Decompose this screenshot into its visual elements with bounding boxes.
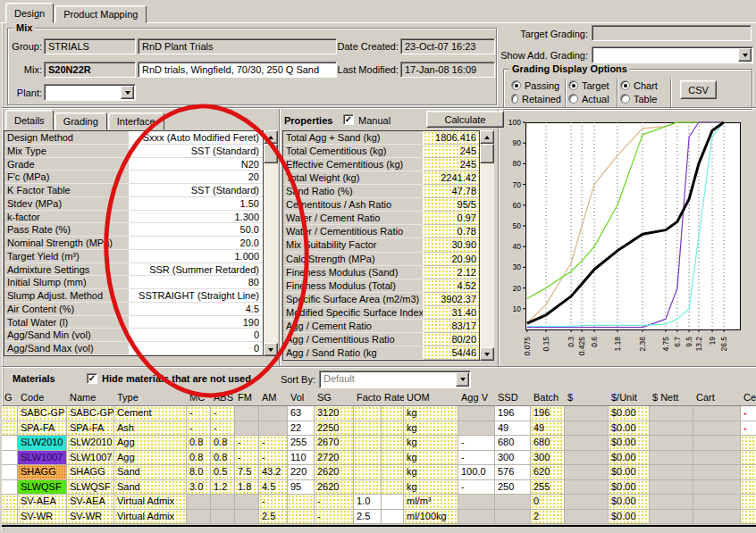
- cell-cart: [693, 421, 741, 437]
- cell-g[interactable]: [2, 436, 18, 451]
- details-row-value[interactable]: 80: [130, 276, 263, 289]
- hide-unused-checkbox[interactable]: ✓: [87, 373, 97, 384]
- cell-ssd[interactable]: 49: [495, 421, 531, 437]
- y-axis-label: 20: [513, 284, 522, 293]
- cell-agg-v[interactable]: -: [458, 480, 495, 496]
- cell-ssd[interactable]: 680: [495, 436, 531, 451]
- cell-g: [2, 406, 18, 421]
- calculate-button[interactable]: Calculate: [426, 111, 504, 128]
- details-row-value[interactable]: 0: [130, 342, 263, 355]
- manual-label: Manual: [358, 115, 391, 126]
- y-axis-label: 100: [508, 118, 521, 127]
- cell-rate[interactable]: [382, 495, 404, 510]
- cell-mc: 3.0: [187, 480, 211, 496]
- details-row-value[interactable]: SSTRAIGHT (Straight Line): [130, 289, 263, 303]
- scroll-down-button[interactable]: [480, 347, 494, 361]
- radio-option-actual[interactable]: Actual: [568, 92, 613, 105]
- grading-chart: 1020304050607080901000.0750.150.30.4250.…: [502, 109, 756, 366]
- cell-vol[interactable]: 220: [288, 465, 315, 480]
- cell-ssd[interactable]: 300: [495, 451, 531, 466]
- y-axis-label: 30: [513, 262, 522, 271]
- cell-vol[interactable]: 110: [288, 451, 315, 466]
- cell-cer: [741, 436, 756, 451]
- details-scrollbar[interactable]: [264, 130, 278, 356]
- group-code-field: STRIALS: [44, 38, 136, 54]
- scroll-up-button[interactable]: [480, 130, 494, 144]
- column-header-rate: Rate: [382, 390, 404, 406]
- properties-scrollbar[interactable]: [480, 130, 494, 361]
- show-add-grading-dropdown-button[interactable]: [738, 48, 752, 62]
- details-row-value[interactable]: 20: [130, 171, 263, 184]
- cell-abs: [211, 495, 235, 510]
- details-row-value[interactable]: 20.0: [130, 237, 263, 250]
- radio-option-chart[interactable]: Chart: [620, 79, 667, 92]
- sort-by-combobox[interactable]: Default: [319, 371, 471, 388]
- details-tab-interface[interactable]: Interface: [108, 112, 164, 130]
- details-row-value[interactable]: 190: [130, 316, 263, 329]
- column-header-uom: UOM: [404, 390, 458, 406]
- cell-vol[interactable]: 255: [288, 436, 315, 451]
- scroll-thumb[interactable]: [264, 144, 278, 163]
- cell-vol[interactable]: 95: [288, 480, 315, 496]
- property-row-value: 245: [424, 145, 479, 158]
- plant-dropdown-button[interactable]: [121, 86, 134, 99]
- details-row-value[interactable]: 0: [130, 329, 263, 342]
- mix-description-input[interactable]: RnD trials, Wingfield, 70/30, 250 Q Sand: [138, 62, 337, 78]
- cell-facto[interactable]: 2.5: [354, 510, 382, 525]
- plant-combobox[interactable]: [44, 84, 136, 101]
- property-row-value: 0.78: [424, 225, 479, 238]
- cell-g[interactable]: [2, 465, 18, 480]
- details-row-value[interactable]: 50.0: [130, 223, 263, 237]
- cell-code: SLWQSF: [18, 480, 67, 496]
- details-row-value[interactable]: SST (Standard): [130, 184, 263, 197]
- cell-agg-v[interactable]: -: [458, 451, 495, 466]
- radio-option-target[interactable]: Target: [568, 79, 613, 92]
- cell-ssd[interactable]: 250: [495, 480, 531, 496]
- details-row-value[interactable]: SSR (Summer Retarded): [130, 263, 263, 277]
- details-row-value[interactable]: 1.300: [130, 211, 263, 224]
- main-tab-product-mapping[interactable]: Product Mapping: [55, 5, 147, 23]
- column-header-dollar: $: [565, 390, 609, 406]
- details-tab-details[interactable]: Details: [5, 110, 54, 130]
- radio-column: TargetActual: [566, 79, 617, 109]
- show-add-grading-combobox[interactable]: [592, 46, 753, 63]
- csv-button[interactable]: CSV: [680, 80, 717, 99]
- cell-ssd[interactable]: 196: [495, 406, 531, 421]
- details-row-value[interactable]: 1.000: [130, 250, 263, 263]
- details-row-value[interactable]: 1.50: [130, 197, 263, 211]
- property-row-label: Effective Cementitious (kg): [283, 158, 424, 171]
- cell-agg-v[interactable]: -: [458, 436, 495, 451]
- cell-dollar-nett: [650, 510, 693, 525]
- target-grading-field: [592, 25, 752, 41]
- details-row-label: Mix Type: [4, 145, 130, 158]
- details-row-label: Agg/Sand Min (vol): [4, 329, 130, 342]
- scroll-down-button[interactable]: [264, 343, 278, 356]
- sort-by-dropdown-button[interactable]: [456, 372, 469, 387]
- details-tab-grading[interactable]: Grading: [55, 112, 107, 130]
- table-row: SABC-GPSABC-GPCement--633120kg196196$0.0…: [2, 406, 756, 421]
- cell-ssd[interactable]: 576: [495, 465, 531, 480]
- cell-vol[interactable]: 22: [288, 421, 315, 437]
- cell-cer: -: [741, 421, 756, 437]
- cell-fm: [235, 495, 259, 510]
- cell-g[interactable]: [2, 451, 18, 466]
- cell-g[interactable]: [2, 480, 18, 496]
- cell-rate[interactable]: [382, 510, 404, 525]
- cell-facto[interactable]: 1.0: [354, 495, 382, 510]
- details-row-value[interactable]: N20: [130, 158, 263, 171]
- cell-dollar: [565, 465, 609, 480]
- manual-checkbox[interactable]: ✓: [343, 114, 354, 125]
- radio-option-table[interactable]: Table: [620, 92, 667, 105]
- cell-agg-v[interactable]: 100.0: [458, 465, 495, 480]
- radio-option-passing[interactable]: Passing: [511, 79, 561, 92]
- details-row-value[interactable]: 4.5: [130, 303, 263, 316]
- radio-option-retained[interactable]: Retained: [511, 92, 561, 105]
- cell-g: [2, 510, 18, 525]
- column-header-code: Code: [18, 390, 67, 406]
- details-row-value[interactable]: Sxxx (Auto Modified Feret): [130, 131, 263, 145]
- details-row-value[interactable]: SST (Standard): [130, 145, 263, 158]
- cell-vol[interactable]: 63: [288, 406, 315, 421]
- scroll-thumb[interactable]: [480, 144, 494, 163]
- scroll-up-button[interactable]: [264, 130, 278, 144]
- main-tab-design[interactable]: Design: [5, 3, 54, 23]
